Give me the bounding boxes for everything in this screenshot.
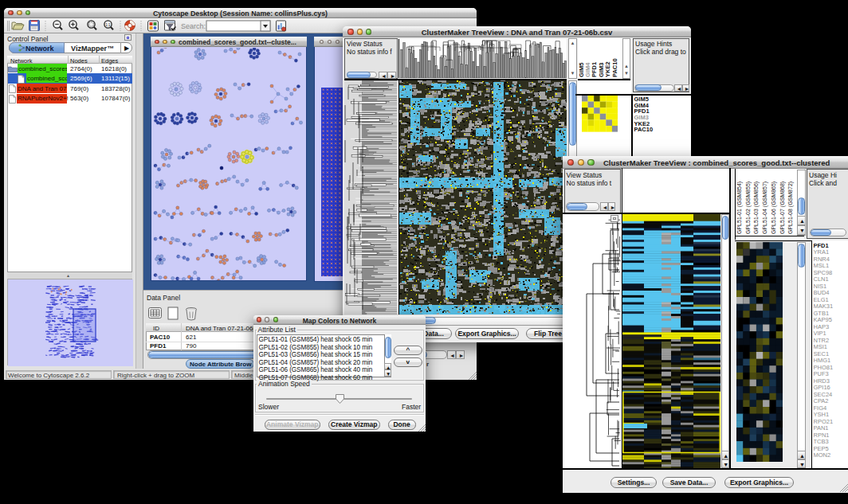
svg-text:1:1: 1:1 bbox=[105, 22, 111, 26]
svg-text:GPL51-02 (GSM855): GPL51-02 (GSM855) bbox=[745, 181, 752, 233]
svg-text:GPL51-06 (GSM865): GPL51-06 (GSM865) bbox=[771, 181, 777, 233]
svg-text:GPL51-04 (GSM857): GPL51-04 (GSM857) bbox=[762, 181, 768, 233]
svg-text:Search:: Search: bbox=[181, 21, 206, 29]
svg-text:GPL51-07 (GSM868): GPL51-07 (GSM868) bbox=[779, 181, 786, 233]
svg-text:PAC10: PAC10 bbox=[611, 58, 618, 77]
svg-text:GPL51-03 (GSM856): GPL51-03 (GSM856) bbox=[753, 181, 760, 233]
svg-text:GPL51-08 (GSM872): GPL51-08 (GSM872) bbox=[787, 181, 794, 233]
svg-text:GPL51-01 (GSM854): GPL51-01 (GSM854) bbox=[736, 181, 743, 233]
